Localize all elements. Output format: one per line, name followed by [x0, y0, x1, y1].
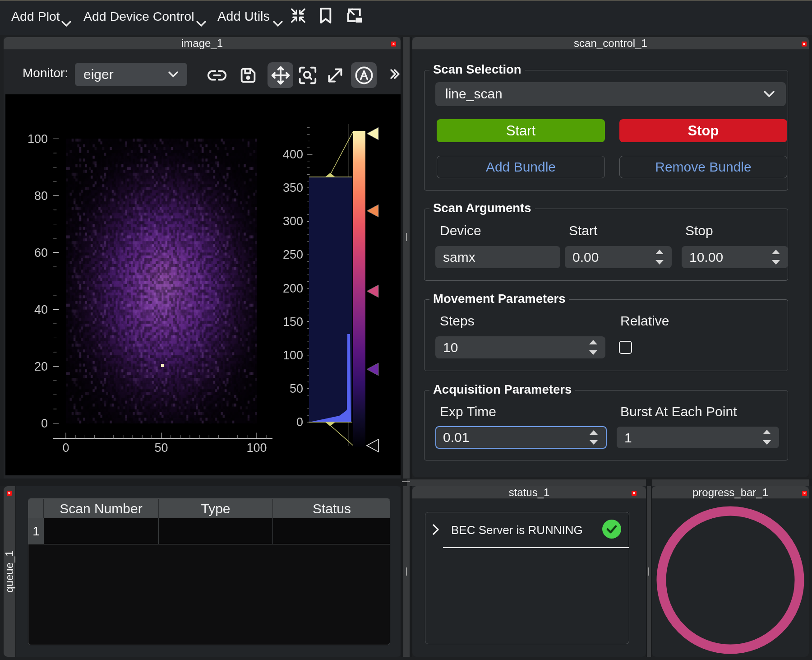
svg-text:0: 0: [62, 441, 69, 455]
svg-text:400: 400: [283, 148, 303, 161]
svg-text:0: 0: [296, 415, 303, 429]
svg-text:150: 150: [283, 315, 303, 329]
svg-text:60: 60: [34, 246, 48, 260]
svg-text:300: 300: [283, 214, 303, 228]
svg-text:20: 20: [34, 360, 48, 373]
svg-text:100: 100: [246, 441, 267, 455]
svg-text:40: 40: [34, 303, 48, 316]
svg-text:80: 80: [34, 189, 48, 203]
svg-text:50: 50: [154, 441, 168, 455]
svg-text:50: 50: [290, 382, 303, 395]
svg-text:250: 250: [283, 248, 303, 261]
svg-text:0: 0: [41, 417, 48, 430]
svg-text:100: 100: [28, 132, 48, 146]
svg-text:100: 100: [283, 349, 303, 362]
svg-text:200: 200: [283, 282, 303, 295]
svg-text:350: 350: [283, 181, 303, 195]
